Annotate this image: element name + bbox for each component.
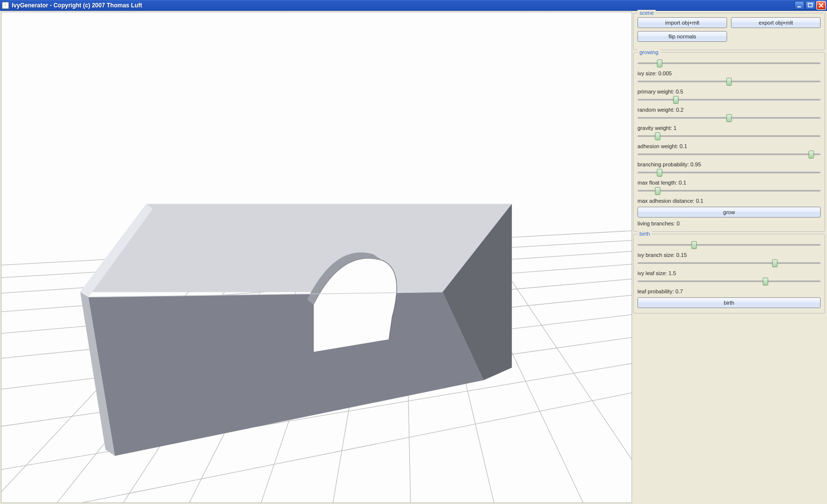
gravity-weight-slider[interactable] — [637, 131, 821, 140]
branching-prob-slider[interactable] — [637, 168, 821, 177]
side-panel: scene import obj+mlt export obj+mlt flip… — [633, 11, 827, 504]
birth-group: birth ivy branch size: 0.15 ivy leaf siz… — [633, 234, 825, 314]
ivy-size-label: ivy size: 0.005 — [637, 70, 821, 76]
branching-prob-label: branching probability: 0.95 — [637, 161, 821, 167]
birth-button[interactable]: birth — [637, 297, 821, 308]
adhesion-weight-slider[interactable] — [637, 150, 821, 158]
birth-legend: birth — [637, 231, 652, 237]
living-branches-status: living branches: 0 — [637, 220, 821, 226]
minimize-button[interactable] — [795, 1, 804, 10]
max-adhesion-dist-label: max adhesion distance: 0.1 — [637, 198, 821, 204]
ivy-leaf-size-label: ivy leaf size: 1.5 — [637, 270, 821, 276]
export-obj-button[interactable]: export obj+mlt — [731, 17, 821, 28]
close-button[interactable] — [816, 1, 826, 10]
app-icon: ▫ — [2, 2, 9, 9]
growing-group: growing ivy size: 0.005 primary weight: … — [633, 52, 825, 232]
leaf-probability-label: leaf probability: 0.7 — [637, 288, 821, 294]
ivy-size-slider[interactable] — [637, 77, 821, 86]
random-weight-label: random weight: 0.2 — [637, 107, 821, 113]
growing-legend: growing — [637, 49, 661, 55]
max-float-length-slider[interactable] — [637, 186, 821, 195]
random-weight-slider[interactable] — [637, 113, 821, 122]
svg-rect-0 — [797, 6, 801, 7]
viewport-container — [0, 11, 633, 504]
primary-weight-label: primary weight: 0.5 — [637, 89, 821, 94]
maximize-button[interactable] — [805, 1, 815, 10]
scene-group: scene import obj+mlt export obj+mlt flip… — [633, 13, 825, 50]
ivy-branch-size-label: ivy branch size: 0.15 — [637, 252, 821, 258]
flip-normals-button[interactable]: flip normals — [637, 31, 727, 42]
growing-slider-0[interactable] — [637, 59, 821, 67]
import-obj-button[interactable]: import obj+mlt — [637, 17, 727, 28]
ivy-branch-size-slider[interactable] — [637, 258, 821, 267]
gravity-weight-label: gravity weight: 1 — [637, 125, 821, 131]
3d-viewport[interactable] — [1, 12, 632, 503]
title-bar: ▫ IvyGenerator - Copyright (c) 2007 Thom… — [0, 0, 827, 11]
ivy-leaf-size-slider[interactable] — [637, 277, 821, 285]
max-float-length-label: max float length: 0.1 — [637, 180, 821, 186]
grow-button[interactable]: grow — [637, 207, 821, 218]
window-title: IvyGenerator - Copyright (c) 2007 Thomas… — [12, 2, 142, 9]
content-area: scene import obj+mlt export obj+mlt flip… — [0, 11, 827, 504]
primary-weight-slider[interactable] — [637, 95, 821, 104]
svg-rect-1 — [808, 3, 812, 7]
birth-slider-0[interactable] — [637, 240, 821, 249]
adhesion-weight-label: adhesion weight: 0.1 — [637, 143, 821, 149]
scene-legend: scene — [637, 10, 656, 16]
